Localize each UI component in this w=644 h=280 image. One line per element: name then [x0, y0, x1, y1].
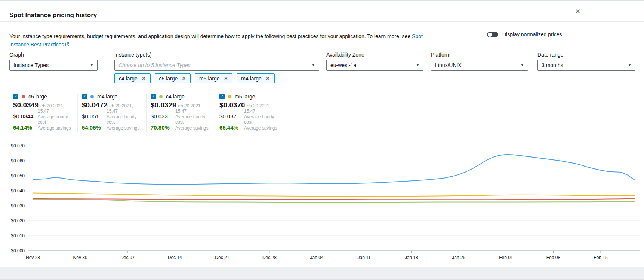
chart-y-axis-labels: $0.000$0.010$0.020$0.030$0.040$0.050$0.0…: [11, 143, 25, 253]
svg-text:Dec 21: Dec 21: [215, 255, 229, 260]
svg-text:Jan 04: Jan 04: [310, 255, 323, 260]
chart-gridlines: [28, 146, 640, 251]
chart-series-c5-large: [33, 198, 634, 200]
svg-text:Feb 01: Feb 01: [499, 255, 513, 260]
svg-text:$0.060: $0.060: [11, 158, 25, 164]
svg-text:Nov 30: Nov 30: [73, 255, 87, 260]
svg-text:Nov 23: Nov 23: [26, 255, 40, 260]
svg-text:Dec 14: Dec 14: [168, 255, 182, 260]
svg-text:Feb 08: Feb 08: [546, 255, 561, 260]
svg-text:Feb 15: Feb 15: [594, 255, 608, 260]
svg-text:$0.040: $0.040: [11, 188, 25, 194]
price-history-chart: $0.000$0.010$0.020$0.030$0.040$0.050$0.0…: [0, 0, 644, 280]
chart-series-m4-large: [33, 155, 634, 185]
svg-text:Jan 11: Jan 11: [358, 255, 371, 260]
svg-text:$0.070: $0.070: [11, 143, 25, 149]
svg-text:Dec 07: Dec 07: [120, 255, 135, 260]
svg-text:$0.030: $0.030: [11, 203, 25, 209]
spot-pricing-modal-page: { "icons": { "close": "✕", "caret": "▼",…: [0, 0, 644, 280]
svg-text:$0.000: $0.000: [11, 248, 25, 253]
svg-text:Jan 25: Jan 25: [452, 255, 465, 260]
svg-text:Dec 28: Dec 28: [262, 255, 277, 260]
svg-text:$0.050: $0.050: [11, 173, 25, 179]
page-background-bottom-edge: [0, 279, 644, 280]
chart-x-axis-labels: Nov 23Nov 30Dec 07Dec 14Dec 21Dec 28Jan …: [26, 255, 608, 260]
page-background-bottom: [0, 267, 644, 280]
svg-text:$0.010: $0.010: [11, 233, 25, 238]
svg-text:$0.020: $0.020: [11, 218, 25, 223]
chart-series-m5-large: [33, 193, 634, 197]
chart-x-axis-ticks: [33, 251, 601, 253]
svg-text:Jan 18: Jan 18: [405, 255, 418, 260]
